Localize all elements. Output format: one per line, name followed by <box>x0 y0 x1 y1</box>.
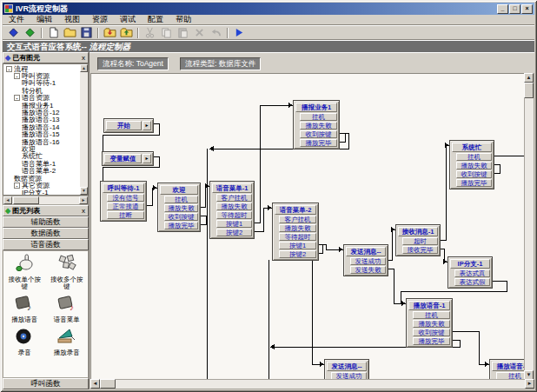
flow-node[interactable]: 发送消息--发送成功发送失败 <box>343 244 388 276</box>
category-button[interactable]: 数据函数 <box>3 228 89 239</box>
flow-node-port[interactable]: 挂断 <box>107 211 144 219</box>
category-button[interactable]: 语音函数 <box>3 239 89 250</box>
diamond-green-icon[interactable] <box>22 27 38 39</box>
flow-node-port[interactable]: 按键1 <box>216 220 252 228</box>
menu-item[interactable]: 视图 <box>58 15 86 24</box>
flow-node-port[interactable]: 挂机 <box>413 311 450 319</box>
flow-node-port[interactable]: 客户挂机 <box>279 216 316 223</box>
palette-item[interactable]: ♪播放语音 <box>3 294 46 323</box>
flow-node-port[interactable]: 表达式假 <box>454 278 490 286</box>
flow-node-port[interactable]: 挂机 <box>300 113 337 121</box>
flow-node-port[interactable]: 播放完毕 <box>164 222 198 229</box>
flow-node[interactable]: 呼叫等待-1没有信号正常接通挂断 <box>100 181 147 222</box>
flow-node[interactable]: 开始▸ <box>103 118 154 133</box>
scroll-up-icon[interactable]: ▲ <box>524 73 534 83</box>
flow-node-port[interactable]: 等待超时 <box>279 233 316 241</box>
flow-node-port[interactable]: 超时 <box>402 237 438 245</box>
collapse-icon[interactable]: - <box>14 73 20 79</box>
flow-node-port[interactable]: 发送成功 <box>350 257 386 265</box>
flow-node-port[interactable]: 没有信号 <box>107 194 144 202</box>
restore-button[interactable]: □ <box>509 4 520 14</box>
menu-item[interactable]: 编辑 <box>30 15 58 24</box>
title-bar[interactable]: IVR流程定制器 _ □ × <box>3 3 534 15</box>
collapse-icon[interactable]: - <box>6 66 12 72</box>
flow-node-port[interactable]: 播放完毕 <box>456 179 492 187</box>
flow-node[interactable]: 播放语音-1挂机播放失败收到按键播放完毕 <box>406 298 453 348</box>
export-flow-icon[interactable] <box>118 27 135 39</box>
flow-node[interactable]: 播报业务1挂机播放失败收到按键播放完毕 <box>293 100 340 149</box>
flow-node-port[interactable]: 发送失败 <box>350 266 386 274</box>
flow-node-port[interactable]: 播放失败 <box>279 224 316 232</box>
close-button[interactable]: × <box>521 4 533 14</box>
flow-node-port[interactable]: 播放失败 <box>164 204 198 212</box>
tree-horizontal-scrollbar[interactable]: ◄ ► <box>3 196 89 205</box>
scroll-up-icon[interactable]: ▲ <box>80 64 88 72</box>
palette-item[interactable]: ♪语音菜单 <box>46 294 89 323</box>
tree-vertical-scrollbar[interactable]: ▲ ▼ <box>80 64 88 195</box>
flow-node[interactable]: 系统忙挂机播放失败收到按键播放完毕 <box>449 140 494 189</box>
scroll-right-icon[interactable]: ► <box>525 379 534 389</box>
tree-item[interactable]: 播放语音-16 <box>4 138 79 145</box>
flow-node-port[interactable]: 收到按键 <box>300 130 337 138</box>
shapes-panel-header[interactable]: ◆ 已有图元 x <box>3 52 89 63</box>
node-arrow-button[interactable]: ▸ <box>143 154 151 163</box>
flow-node-port[interactable]: 表达式真 <box>454 269 490 277</box>
palette-item[interactable]: 录音 <box>3 327 46 356</box>
node-arrow-button[interactable]: ▸ <box>143 121 151 130</box>
scroll-left-icon[interactable]: ◄ <box>3 196 12 204</box>
save-icon[interactable] <box>78 27 95 39</box>
scroll-right-icon[interactable]: ► <box>79 196 88 204</box>
diamond-blue-icon[interactable] <box>5 27 22 39</box>
menu-item[interactable]: 配置 <box>142 15 169 24</box>
flow-node[interactable]: 欢迎挂机播放失败收到按键播放完毕 <box>157 183 201 232</box>
open-folder-icon[interactable] <box>62 27 78 39</box>
menu-item[interactable]: 资源 <box>86 15 114 24</box>
run-icon[interactable] <box>231 27 248 39</box>
flow-node-port[interactable]: 挂机 <box>164 196 198 203</box>
scroll-thumb[interactable] <box>524 83 534 98</box>
minimize-button[interactable]: _ <box>497 4 508 14</box>
flow-node[interactable]: 播放语音-1挂机播放失败收到按键播放完毕 <box>489 359 524 380</box>
collapse-icon[interactable]: - <box>14 183 20 189</box>
flow-node[interactable]: 语音菜单-2客户挂机播放失败等待超时按键1按键2 <box>272 203 319 261</box>
import-flow-icon[interactable] <box>102 27 118 39</box>
flow-node-port[interactable]: 挂机 <box>456 153 492 161</box>
flow-node[interactable]: 语音菜单-1客户挂机播放失败等待超时按键1按键2 <box>209 181 255 239</box>
flow-node-port[interactable]: 等待超时 <box>216 211 252 219</box>
menu-item[interactable]: 帮助 <box>169 15 197 24</box>
scroll-thumb[interactable] <box>100 379 116 389</box>
flow-node-port[interactable]: 客户挂机 <box>216 194 252 202</box>
menu-item[interactable]: 文件 <box>3 15 30 24</box>
flow-node-port[interactable]: 按键2 <box>216 229 252 236</box>
flow-node-port[interactable]: 按键1 <box>279 242 316 249</box>
palette-panel-header[interactable]: ◆ 图元列表 x <box>3 205 89 216</box>
canvas-horizontal-scrollbar[interactable]: ◄ ► <box>90 379 534 389</box>
category-button-call-functions[interactable]: 呼叫函数 <box>3 378 89 389</box>
flow-node-port[interactable]: 播放失败 <box>216 203 252 210</box>
flow-node[interactable]: 接收消息-1超时接收完毕 <box>395 224 441 256</box>
flow-node-port[interactable]: 正常接通 <box>107 203 144 210</box>
scroll-left-icon[interactable]: ◄ <box>90 379 100 389</box>
flow-node-port[interactable]: 播放失败 <box>413 320 450 328</box>
flow-node-port[interactable]: 按键2 <box>279 250 316 258</box>
flow-node-port[interactable]: 收到按键 <box>456 170 492 178</box>
palette-item[interactable]: 接收多个按键 <box>46 254 89 290</box>
category-button[interactable]: 辅助函数 <box>3 216 89 228</box>
flow-node-port[interactable]: 播放失败 <box>300 122 337 130</box>
flow-node-port[interactable]: 播放失败 <box>456 162 492 169</box>
scroll-down-icon[interactable]: ▼ <box>80 187 88 195</box>
new-doc-icon[interactable] <box>45 27 62 39</box>
panel-close-icon[interactable]: x <box>81 55 86 62</box>
palette-item[interactable]: 播放录音 <box>46 327 89 356</box>
flow-node-port[interactable]: 收到按键 <box>164 213 198 221</box>
flow-node-port[interactable]: 接收完毕 <box>402 246 438 254</box>
scroll-thumb[interactable] <box>13 196 39 204</box>
flow-node[interactable]: 变量赋值▸ <box>102 151 154 166</box>
flow-node-port[interactable]: 收到按键 <box>413 329 450 336</box>
panel-close-icon[interactable]: x <box>81 208 86 215</box>
collapse-icon[interactable]: - <box>14 95 20 101</box>
flow-node-port[interactable]: 播放完毕 <box>300 139 337 147</box>
palette-item[interactable]: 接收单个按键 <box>3 254 46 290</box>
tree-item[interactable]: IP分支-1 <box>4 189 79 196</box>
canvas-vertical-scrollbar[interactable]: ▲ ▼ <box>524 73 534 380</box>
